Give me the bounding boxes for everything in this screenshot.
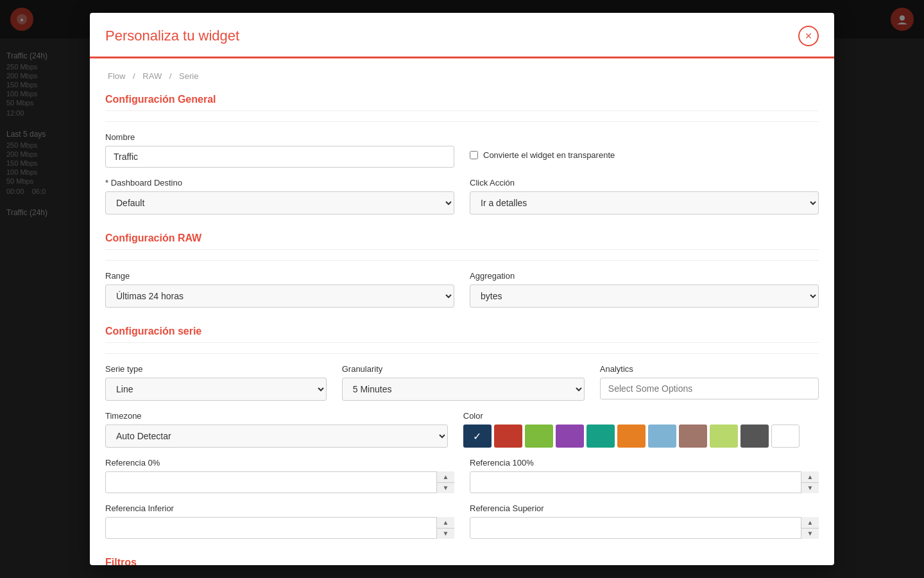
dashboard-destino-select[interactable]: Default [105,191,454,215]
referencia-100-wrapper: ▲ ▼ [470,471,819,493]
breadcrumb-sep1: / [133,71,135,81]
color-swatch-navy[interactable]: ✓ [463,425,492,448]
referencia-superior-input[interactable] [470,517,819,539]
timezone-select[interactable]: Auto Detectar [105,425,448,448]
referencia-inferior-input[interactable] [105,517,454,539]
referencia-inferior-group: Referencia Inferior ▲ ▼ [105,504,454,539]
range-select[interactable]: Últimas 24 horas [105,285,454,308]
transparente-checkbox-group: Convierte el widget en transparente [470,132,819,160]
section-serie-title: Configuración serie [105,326,819,343]
section-raw-title: Configuración RAW [105,232,819,250]
breadcrumb: Flow / RAW / Serie [105,71,819,81]
color-swatch-dark[interactable] [740,425,769,448]
referencia-superior-label: Referencia Superior [470,504,819,513]
range-group: Range Últimas 24 horas [105,271,454,308]
timezone-group: Timezone Auto Detectar [105,411,448,448]
serie-row-1: Serie type Line Granularity 5 Minutes An… [105,364,819,401]
modal-overlay: Personaliza tu widget × Flow / RAW / Ser… [0,0,924,578]
raw-divider [105,260,819,261]
referencia-0-input[interactable] [105,471,454,493]
referencia-superior-spin-down[interactable]: ▼ [801,529,819,539]
analytics-label: Analytics [600,364,819,374]
referencia-0-spinners: ▲ ▼ [436,471,454,493]
section-configuracion-general: Configuración General Nombre Convierte e… [105,94,819,215]
filtros-title: Filtros [105,557,819,565]
general-row-2: * Dashboard Destino Default Click Acción… [105,178,819,215]
nombre-label: Nombre [105,132,454,142]
dashboard-destino-group: * Dashboard Destino Default [105,178,454,215]
color-swatch-red[interactable] [494,425,522,448]
serie-type-group: Serie type Line [105,364,327,401]
breadcrumb-serie: Serie [179,71,198,81]
color-swatch-teal[interactable] [586,425,615,448]
section-configuracion-serie: Configuración serie Serie type Line Gran… [105,326,819,539]
general-row-1: Nombre Convierte el widget en transparen… [105,132,819,168]
serie-divider [105,353,819,354]
referencia-0-wrapper: ▲ ▼ [105,471,454,493]
transparente-label: Convierte el widget en transparente [483,150,615,160]
aggregation-select[interactable]: bytes [470,285,819,308]
granularity-select[interactable]: 5 Minutes [342,378,585,401]
modal-header: Personaliza tu widget × [90,13,834,58]
color-swatch-green[interactable] [525,425,553,448]
click-accion-group: Click Acción Ir a detalles [470,178,819,215]
color-swatch-brown[interactable] [679,425,707,448]
transparente-checkbox[interactable] [470,151,478,159]
click-accion-select[interactable]: Ir a detalles [470,191,819,215]
referencia-100-spin-down[interactable]: ▼ [801,483,819,494]
serie-row-4: Referencia Inferior ▲ ▼ Referencia Super… [105,504,819,539]
referencia-superior-group: Referencia Superior ▲ ▼ [470,504,819,539]
referencia-100-spinners: ▲ ▼ [801,471,819,493]
referencia-100-label: Referencia 100% [470,458,819,468]
analytics-input[interactable] [600,378,819,399]
color-swatch-purple[interactable] [556,425,584,448]
serie-type-select[interactable]: Line [105,378,327,401]
section-general-title: Configuración General [105,94,819,111]
nombre-input[interactable] [105,146,454,168]
range-label: Range [105,271,454,281]
analytics-group: Analytics [600,364,819,401]
raw-row-1: Range Últimas 24 horas Aggregation bytes [105,271,819,308]
referencia-0-group: Referencia 0% ▲ ▼ [105,458,454,493]
nombre-group: Nombre [105,132,454,168]
transparente-group: Convierte el widget en transparente [470,132,819,168]
granularity-group: Granularity 5 Minutes [342,364,585,401]
referencia-inferior-wrapper: ▲ ▼ [105,517,454,539]
modal-close-button[interactable]: × [798,26,819,46]
color-label: Color [463,411,819,421]
click-accion-label: Click Acción [470,178,819,188]
color-palette: ✓ [463,425,819,448]
referencia-superior-wrapper: ▲ ▼ [470,517,819,539]
referencia-superior-spin-up[interactable]: ▲ [801,517,819,529]
general-divider [105,121,819,122]
section-filtros: Filtros [105,557,819,565]
color-swatch-white[interactable] [771,425,800,448]
breadcrumb-flow: Flow [108,71,125,81]
referencia-inferior-label: Referencia Inferior [105,504,454,513]
referencia-100-group: Referencia 100% ▲ ▼ [470,458,819,493]
section-configuracion-raw: Configuración RAW Range Últimas 24 horas… [105,232,819,308]
granularity-label: Granularity [342,364,585,374]
serie-row-3: Referencia 0% ▲ ▼ Referencia 100% [105,458,819,493]
referencia-superior-spinners: ▲ ▼ [801,517,819,539]
aggregation-label: Aggregation [470,271,819,281]
modal-title: Personaliza tu widget [105,28,239,44]
timezone-label: Timezone [105,411,448,421]
referencia-inferior-spin-down[interactable]: ▼ [437,529,454,539]
color-swatch-orange[interactable] [617,425,646,448]
color-swatch-lightblue[interactable] [648,425,676,448]
referencia-0-spin-down[interactable]: ▼ [437,483,454,494]
color-swatch-lime[interactable] [710,425,738,448]
aggregation-group: Aggregation bytes [470,271,819,308]
referencia-100-spin-up[interactable]: ▲ [801,471,819,483]
serie-row-2: Timezone Auto Detectar Color ✓ [105,411,819,448]
referencia-inferior-spin-up[interactable]: ▲ [437,517,454,529]
breadcrumb-raw: RAW [142,71,162,81]
modal-body: Flow / RAW / Serie Configuración General… [90,58,834,565]
breadcrumb-sep2: / [169,71,172,81]
referencia-100-input[interactable] [470,471,819,493]
modal: Personaliza tu widget × Flow / RAW / Ser… [90,13,834,565]
color-group: Color ✓ [463,411,819,448]
referencia-0-label: Referencia 0% [105,458,454,468]
referencia-0-spin-up[interactable]: ▲ [437,471,454,483]
